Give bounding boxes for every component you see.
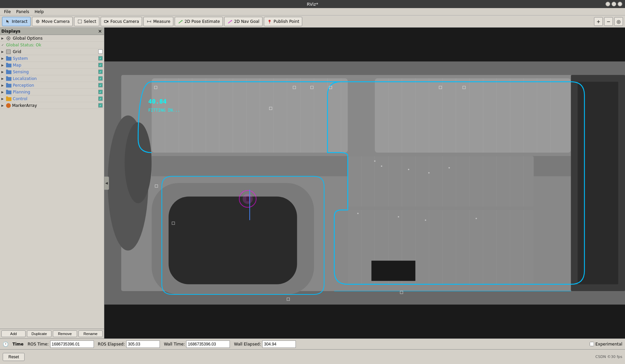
svg-rect-41 <box>375 78 571 153</box>
perception-checkbox[interactable] <box>98 83 103 87</box>
tree-item-marker-array[interactable]: ▶ MarkerArray <box>0 102 104 109</box>
menu-panels[interactable]: Panels <box>13 9 32 14</box>
ros-elapsed-section: ROS Elapsed: <box>98 340 160 348</box>
tool-publish-point-label: Publish Point <box>274 19 299 24</box>
zoom-in-button[interactable]: + <box>594 17 603 26</box>
menu-help[interactable]: Help <box>32 9 46 14</box>
tree-item-grid[interactable]: ▶ Grid <box>0 48 104 55</box>
tree-item-system[interactable]: ▶ System <box>0 55 104 62</box>
control-label: Control <box>13 96 98 101</box>
perception-folder-icon <box>6 83 11 88</box>
wall-elapsed-input[interactable] <box>262 340 296 348</box>
wall-time-input[interactable] <box>186 340 230 348</box>
expand-arrow-planning: ▶ <box>1 90 5 94</box>
grid-icon <box>6 49 11 54</box>
tool-publish-point[interactable]: Publish Point <box>264 17 302 26</box>
experimental-checkbox[interactable] <box>590 342 594 346</box>
tree-item-control[interactable]: ▶ Control <box>0 95 104 102</box>
rename-button[interactable]: Rename <box>78 330 103 337</box>
grid-checkbox[interactable] <box>98 49 103 54</box>
marker-array-label: MarkerArray <box>12 103 98 108</box>
window-controls: ─ □ ✕ <box>605 2 622 6</box>
expand-arrow: ▶ <box>1 37 5 40</box>
global-options-icon <box>6 36 11 41</box>
svg-rect-57 <box>169 197 297 284</box>
reset-button[interactable]: Reset <box>3 353 25 361</box>
perception-label: Perception <box>13 83 98 88</box>
toolbar-right-buttons: + − ◎ <box>594 17 623 26</box>
system-checkbox[interactable] <box>98 56 103 60</box>
displays-close-button[interactable]: ✕ <box>97 29 103 34</box>
marker-array-checkbox[interactable] <box>98 103 103 108</box>
svg-point-15 <box>8 38 9 39</box>
ros-time-input[interactable] <box>50 340 94 348</box>
tool-select[interactable]: Select <box>74 17 99 26</box>
displays-panel-header: Displays ✕ <box>0 28 104 35</box>
svg-text:FITTING IN...: FITTING IN... <box>148 108 180 113</box>
collapse-panel-handle[interactable]: ◀ <box>104 176 109 190</box>
svg-line-10 <box>228 21 232 23</box>
tree-item-localization[interactable]: ▶ Localization <box>0 75 104 82</box>
localization-folder-icon <box>6 76 11 81</box>
duplicate-button[interactable]: Duplicate <box>27 330 51 337</box>
svg-point-1 <box>37 21 38 22</box>
tool-measure[interactable]: Measure <box>143 17 173 26</box>
svg-rect-16 <box>6 50 10 54</box>
tool-move-camera[interactable]: Move Camera <box>32 17 73 26</box>
tool-nav-goal-label: 2D Nav Goal <box>234 19 259 24</box>
svg-point-105 <box>374 160 376 162</box>
zoom-out-button[interactable]: − <box>604 17 613 26</box>
pose-estimate-icon <box>178 19 183 24</box>
expand-arrow-marker: ▶ <box>1 104 5 107</box>
time-panel: 🕐 Time ROS Time: ROS Elapsed: Wall Time:… <box>0 338 625 349</box>
system-label: System <box>13 56 98 61</box>
select-icon <box>77 19 82 24</box>
tool-pose-estimate-label: 2D Pose Estimate <box>184 19 220 24</box>
tool-interact[interactable]: Interact <box>2 17 31 26</box>
minimize-button[interactable]: ─ <box>605 2 610 6</box>
sensing-folder-icon <box>6 70 11 74</box>
tree-item-global-options[interactable]: ▶ Global Options <box>0 35 104 42</box>
tree-item-planning[interactable]: ▶ Planning <box>0 89 104 95</box>
planning-label: Planning <box>13 90 98 94</box>
planning-checkbox[interactable] <box>98 90 103 94</box>
svg-point-109 <box>449 167 450 168</box>
tree-item-map[interactable]: ▶ Map <box>0 62 104 69</box>
wall-elapsed-label: Wall Elapsed: <box>234 342 261 347</box>
add-button[interactable]: Add <box>1 330 26 337</box>
close-button[interactable]: ✕ <box>618 2 622 6</box>
tool-pose-estimate[interactable]: 2D Pose Estimate <box>175 17 223 26</box>
ros-time-label: ROS Time: <box>28 342 49 347</box>
svg-rect-26 <box>152 78 348 153</box>
time-title: Time <box>12 342 24 347</box>
view-button[interactable]: ◎ <box>614 17 623 26</box>
displays-title: Displays <box>1 29 21 34</box>
expand-arrow-localization: ▶ <box>1 77 5 80</box>
map-checkbox[interactable] <box>98 63 103 67</box>
bottom-bar: Reset CSDN ©30 fps <box>0 349 625 364</box>
grid-label: Grid <box>13 49 98 54</box>
remove-button[interactable]: Remove <box>53 330 77 337</box>
maximize-button[interactable]: □ <box>612 2 616 6</box>
control-checkbox[interactable] <box>98 96 103 101</box>
ros-elapsed-input[interactable] <box>126 340 160 348</box>
fps-display: CSDN ©30 fps <box>595 355 622 359</box>
marker-array-icon <box>6 103 11 108</box>
menu-file[interactable]: File <box>1 9 13 14</box>
tree-item-global-status[interactable]: ✓ Global Status: Ok <box>0 42 104 48</box>
expand-arrow-grid: ▶ <box>1 50 5 53</box>
tool-focus-camera[interactable]: Focus Camera <box>101 17 142 26</box>
tree-item-perception[interactable]: ▶ Perception <box>0 82 104 89</box>
tool-measure-label: Measure <box>153 19 170 24</box>
sensing-checkbox[interactable] <box>98 70 103 74</box>
localization-checkbox[interactable] <box>98 76 103 81</box>
svg-point-90 <box>243 194 253 204</box>
tool-nav-goal[interactable]: 2D Nav Goal <box>224 17 262 26</box>
expand-arrow-sensing: ▶ <box>1 70 5 74</box>
tree-item-sensing[interactable]: ▶ Sensing <box>0 69 104 75</box>
svg-point-113 <box>476 218 477 219</box>
planning-folder-icon <box>6 90 11 94</box>
menubar: File Panels Help <box>0 8 625 15</box>
map-viewport[interactable]: 40.84 FITTING IN... <box>104 28 625 338</box>
viewport[interactable]: ◀ <box>104 28 625 338</box>
